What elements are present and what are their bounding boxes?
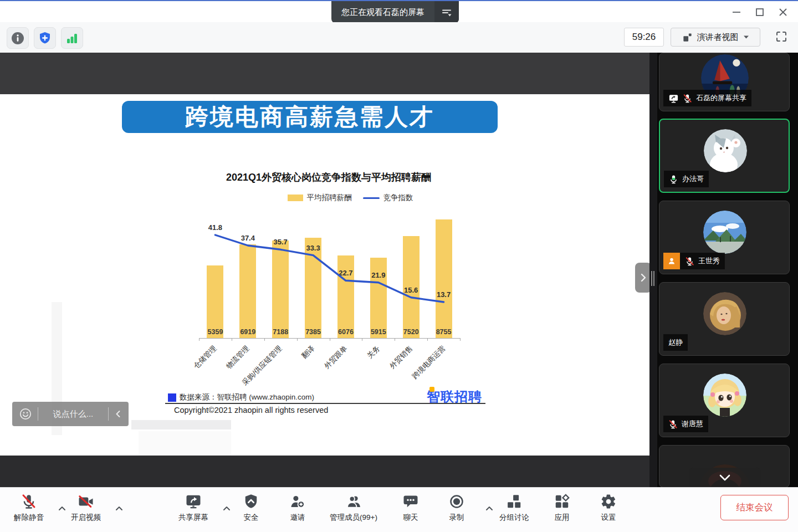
minimize-button[interactable] <box>727 4 746 21</box>
participant-tile[interactable]: 办法哥 <box>659 119 790 193</box>
copyright-text: Copyright©2021 zhaopin all rights reserv… <box>174 406 328 415</box>
chevron-down-icon <box>743 35 749 39</box>
participant-tile[interactable]: 石磊的屏幕共享 <box>659 53 790 111</box>
axis-tick <box>330 338 330 341</box>
meeting-status-icons <box>7 27 83 49</box>
scroll-down-button[interactable] <box>689 468 761 488</box>
participant-tile[interactable]: 谢唐慧 <box>659 364 790 437</box>
axis-tick <box>297 338 298 341</box>
legend-bar-label: 平均招聘薪酬 <box>307 193 352 203</box>
collapse-left-icon[interactable] <box>114 410 122 418</box>
panel-resize-divider[interactable] <box>649 53 657 488</box>
slide-banner-title: 跨境电商高薪急需人才 <box>122 101 498 133</box>
toolbar-item-label: 管理成员(99+) <box>330 513 377 523</box>
legend-line-label: 竞争指数 <box>383 193 413 203</box>
participant-name: 石磊的屏幕共享 <box>696 93 746 103</box>
fullscreen-button[interactable] <box>771 28 791 45</box>
axis-tick <box>460 338 461 341</box>
chart-legend: 平均招聘薪酬 竞争指数 <box>184 193 516 203</box>
members-icon <box>345 493 362 510</box>
axis-tick <box>427 338 428 341</box>
view-mode-button[interactable]: 演讲者视图 <box>671 28 760 47</box>
slide-artifact <box>131 420 231 429</box>
legend-line-swatch <box>363 197 380 199</box>
avatar <box>703 292 746 335</box>
participant-namebar: 赵静 <box>663 334 688 351</box>
divider <box>38 407 38 421</box>
participant-name: 赵静 <box>668 337 683 347</box>
participant-tile[interactable]: 王世秀 <box>659 201 790 274</box>
maximize-button[interactable] <box>750 4 769 21</box>
drag-handle-line <box>653 271 654 286</box>
participant-label: 赵静 <box>663 334 688 351</box>
chat-bubble-icon <box>402 493 419 510</box>
view-mode-label: 演讲者视图 <box>697 32 739 43</box>
toolbar-item-label: 应用 <box>555 513 570 523</box>
apps-grid-icon <box>554 493 570 510</box>
toolbar-item-members[interactable]: 管理成员(99+) <box>320 493 387 528</box>
axis-tick <box>395 338 395 341</box>
toolbar-item-label: 录制 <box>449 513 464 523</box>
participants-panel: 石磊的屏幕共享办法哥王世秀赵静谢唐慧 <box>657 53 798 488</box>
window-titlebar: 您正在观看石磊的屏幕 <box>0 0 798 23</box>
security-shield-plus-icon[interactable] <box>34 27 56 49</box>
record-circle-icon <box>448 493 465 510</box>
participant-name: 办法哥 <box>682 174 704 184</box>
chat-input-placeholder[interactable]: 说点什么... <box>44 409 103 420</box>
share-screen-icon <box>185 493 202 510</box>
toolbar-item-label: 聊天 <box>403 513 418 523</box>
axis-tick <box>362 338 362 341</box>
drag-handle-line <box>651 271 652 286</box>
avatar <box>704 129 747 172</box>
chevron-right-icon <box>639 272 648 283</box>
participant-namebar: 王世秀 <box>663 253 725 269</box>
chart-title: 2021Q1外贸核心岗位竞争指数与平均招聘薪酬 <box>162 171 495 184</box>
participant-namebar: 办法哥 <box>664 171 709 187</box>
invite-person-icon <box>289 493 306 510</box>
mic-muted-icon <box>668 420 678 429</box>
participant-tile[interactable] <box>659 445 790 488</box>
meeting-toolbar: 59:26 演讲者视图 <box>0 22 798 53</box>
watching-banner-menu-icon[interactable] <box>434 1 459 23</box>
camera-muted-icon <box>78 493 94 510</box>
mic-muted-icon <box>21 493 37 510</box>
toolbar-item-label: 开启视频 <box>71 513 101 523</box>
participant-label: 王世秀 <box>680 253 725 269</box>
participant-name: 谢唐慧 <box>682 419 703 429</box>
watching-banner-text: 您正在观看石磊的屏幕 <box>331 1 434 23</box>
toolbar-item-expand-chevron[interactable] <box>114 504 124 512</box>
participant-label: 谢唐慧 <box>663 416 708 432</box>
watching-banner: 您正在观看石磊的屏幕 <box>331 1 459 23</box>
slide-artifact <box>139 431 231 456</box>
toolbar-item-label: 共享屏幕 <box>178 513 208 523</box>
toolbar-item-camera-muted[interactable]: 开启视频 <box>53 493 119 528</box>
letterbox-bottom <box>0 456 649 488</box>
meeting-info-icon[interactable] <box>7 27 29 49</box>
network-signal-icon[interactable] <box>61 27 83 49</box>
security-shield-icon <box>243 493 259 510</box>
chat-quick-input[interactable]: 说点什么... <box>12 402 129 426</box>
axis-tick <box>199 338 200 341</box>
axis-tick <box>264 338 265 341</box>
avatar <box>703 211 746 254</box>
toolbar-item-settings-gear[interactable]: 设置 <box>575 493 642 528</box>
meeting-app-window: 您正在观看石磊的屏幕 59:26 演讲者视图 <box>0 0 798 532</box>
toolbar-item-record-circle[interactable]: 录制 <box>423 493 490 528</box>
legend-bar-swatch <box>288 195 303 201</box>
participant-name: 王世秀 <box>698 256 720 266</box>
toolbar-item-label: 安全 <box>244 513 259 523</box>
close-button[interactable] <box>774 4 792 21</box>
participant-tile[interactable]: 赵静 <box>659 282 790 356</box>
participant-namebar: 谢唐慧 <box>663 416 708 432</box>
competition-index-line <box>199 211 460 338</box>
toolbar-item-share-screen[interactable]: 共享屏幕 <box>160 493 227 528</box>
smiley-icon[interactable] <box>19 407 32 421</box>
toolbar-item-label: 邀请 <box>290 513 305 523</box>
axis-tick <box>232 338 232 341</box>
window-controls <box>727 1 792 23</box>
mic-muted-icon <box>685 257 694 266</box>
profile-badge-icon <box>663 253 680 269</box>
participant-label: 办法哥 <box>664 171 709 187</box>
end-meeting-button[interactable]: 结束会议 <box>720 495 789 520</box>
participant-namebar: 石磊的屏幕共享 <box>663 90 751 106</box>
